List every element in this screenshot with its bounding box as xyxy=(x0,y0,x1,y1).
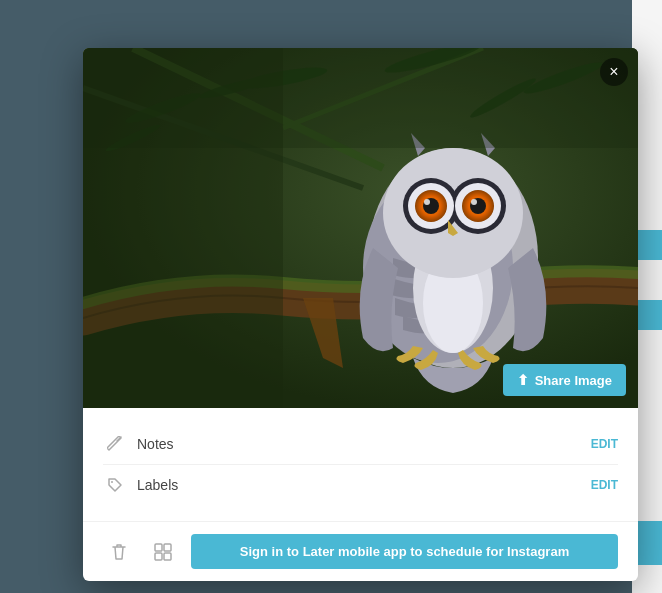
owl-image xyxy=(83,48,638,408)
svg-point-26 xyxy=(471,199,477,205)
media-modal: × xyxy=(83,48,638,581)
notes-icon xyxy=(103,432,127,456)
sign-in-button[interactable]: Sign in to Later mobile app to schedule … xyxy=(191,534,618,569)
modal-actions: Sign in to Later mobile app to schedule … xyxy=(83,521,638,581)
notes-edit-link[interactable]: EDIT xyxy=(591,437,618,451)
notes-label: Notes xyxy=(137,436,583,452)
labels-label: Labels xyxy=(137,477,583,493)
svg-rect-28 xyxy=(83,48,638,148)
svg-rect-31 xyxy=(164,544,171,551)
labels-row: Labels EDIT xyxy=(103,465,618,505)
share-icon: ⬆ xyxy=(517,372,529,388)
labels-edit-link[interactable]: EDIT xyxy=(591,478,618,492)
share-image-label: Share Image xyxy=(535,373,612,388)
svg-point-29 xyxy=(111,481,113,483)
delete-button[interactable] xyxy=(103,536,135,568)
share-image-button[interactable]: ⬆ Share Image xyxy=(503,364,626,396)
svg-rect-30 xyxy=(155,544,162,551)
close-button[interactable]: × xyxy=(600,58,628,86)
svg-rect-33 xyxy=(164,553,171,560)
image-container: ⬆ Share Image xyxy=(83,48,638,408)
svg-point-23 xyxy=(424,199,430,205)
labels-icon xyxy=(103,473,127,497)
modal-body: Notes EDIT Labels EDIT xyxy=(83,408,638,521)
svg-rect-32 xyxy=(155,553,162,560)
notes-row: Notes EDIT xyxy=(103,424,618,465)
media-button[interactable] xyxy=(147,536,179,568)
